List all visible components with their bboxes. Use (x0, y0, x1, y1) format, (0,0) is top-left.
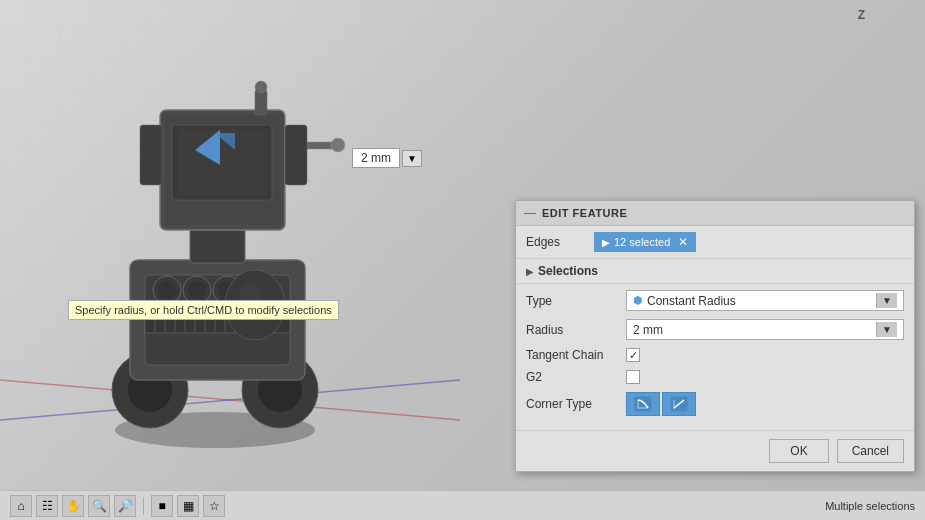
ok-button[interactable]: OK (769, 439, 828, 463)
type-select-arrow[interactable]: ▼ (876, 293, 897, 308)
badge-close-icon[interactable]: ✕ (678, 235, 688, 249)
toolbar-icons: ⌂ ☷ ✋ 🔍 🔎 ■ ▦ ☆ (10, 495, 225, 517)
type-control: ⬢ Constant Radius ▼ (626, 290, 904, 311)
robot-model (60, 30, 390, 450)
panel-minus-icon[interactable]: — (524, 206, 536, 220)
dimension-value[interactable]: 2 mm (352, 148, 400, 168)
svg-point-27 (188, 281, 206, 299)
g2-control (626, 370, 904, 384)
pan-icon[interactable]: ✋ (62, 495, 84, 517)
home-icon[interactable]: ⌂ (10, 495, 32, 517)
display-icon[interactable]: ▦ (177, 495, 199, 517)
svg-rect-33 (255, 90, 267, 115)
axis-z-label: Z (858, 8, 865, 22)
edges-row: Edges ▶ 12 selected ✕ (516, 226, 914, 259)
radius-row: Radius 2 mm ▼ (526, 319, 904, 340)
selected-badge[interactable]: ▶ 12 selected ✕ (594, 232, 696, 252)
grid-icon[interactable]: ☷ (36, 495, 58, 517)
tangent-chain-row: Tangent Chain ✓ (526, 348, 904, 362)
dimension-label[interactable]: 2 mm ▼ (352, 148, 422, 168)
view-icon[interactable]: ■ (151, 495, 173, 517)
status-text: Multiple selections (825, 500, 915, 512)
panel-title: EDIT FEATURE (542, 207, 627, 219)
svg-point-25 (158, 281, 176, 299)
toolbar-separator-1 (143, 497, 144, 515)
type-select[interactable]: ⬢ Constant Radius ▼ (626, 290, 904, 311)
radius-input[interactable]: 2 mm ▼ (626, 319, 904, 340)
cancel-button[interactable]: Cancel (837, 439, 904, 463)
selected-count: 12 selected (614, 236, 670, 248)
edit-feature-panel: — EDIT FEATURE Edges ▶ 12 selected ✕ ▶ S… (515, 200, 915, 472)
corner-type-control (626, 392, 904, 416)
svg-rect-38 (178, 130, 266, 195)
g2-row: G2 (526, 370, 904, 384)
radius-value: 2 mm (633, 323, 876, 337)
zoom-in-icon[interactable]: 🔍 (88, 495, 110, 517)
selections-row[interactable]: ▶ Selections (516, 259, 914, 284)
corner-type-label: Corner Type (526, 397, 626, 411)
settings-icon[interactable]: ☆ (203, 495, 225, 517)
form-section: Type ⬢ Constant Radius ▼ Radius 2 mm ▼ (516, 284, 914, 430)
g2-checkbox[interactable] (626, 370, 640, 384)
tangent-chain-checkbox[interactable]: ✓ (626, 348, 640, 362)
type-select-text: Constant Radius (647, 294, 876, 308)
corner-type-button-2[interactable] (662, 392, 696, 416)
tangent-chain-label: Tangent Chain (526, 348, 626, 362)
svg-rect-41 (140, 125, 162, 185)
selections-label: Selections (538, 264, 598, 278)
corner-type-row: Corner Type (526, 392, 904, 416)
dimension-arrow[interactable]: ▼ (402, 150, 422, 167)
radius-label: Radius (526, 323, 626, 337)
svg-rect-42 (285, 125, 307, 185)
selections-expand-icon: ▶ (526, 266, 534, 277)
zoom-out-icon[interactable]: 🔎 (114, 495, 136, 517)
type-row: Type ⬢ Constant Radius ▼ (526, 290, 904, 311)
corner-type-buttons (626, 392, 696, 416)
g2-label: G2 (526, 370, 626, 384)
tooltip: Specify radius, or hold Ctrl/CMD to modi… (68, 300, 339, 320)
radius-arrow[interactable]: ▼ (876, 322, 897, 337)
svg-point-36 (331, 138, 345, 152)
panel-footer: OK Cancel (516, 430, 914, 471)
type-label: Type (526, 294, 626, 308)
panel-header: — EDIT FEATURE (516, 201, 914, 226)
radius-control: 2 mm ▼ (626, 319, 904, 340)
corner-type-button-1[interactable] (626, 392, 660, 416)
type-select-icon: ⬢ (633, 294, 643, 307)
svg-point-34 (255, 81, 267, 93)
checkbox-check-icon: ✓ (629, 349, 638, 362)
edges-label: Edges (526, 235, 586, 249)
tangent-chain-control: ✓ (626, 348, 904, 362)
viewport: Z (0, 0, 925, 490)
cursor-icon: ▶ (602, 237, 610, 248)
bottom-toolbar: ⌂ ☷ ✋ 🔍 🔎 ■ ▦ ☆ Multiple selections (0, 490, 925, 520)
